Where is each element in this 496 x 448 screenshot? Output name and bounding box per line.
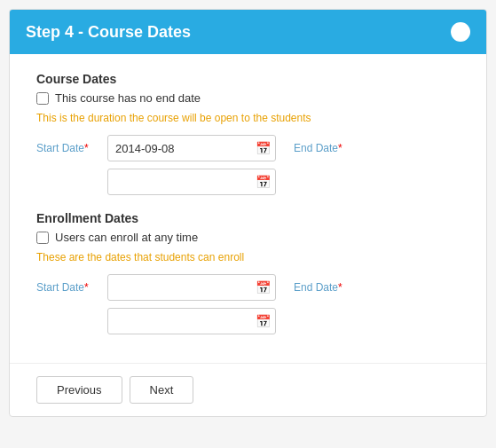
wizard-footer: Previous Next bbox=[10, 363, 486, 416]
no-end-date-checkbox[interactable] bbox=[36, 92, 49, 105]
enrollment-end-date-row: 📅 bbox=[36, 308, 460, 334]
course-start-input-wrapper: 📅 bbox=[107, 135, 276, 161]
course-end-label: End Date* bbox=[294, 142, 342, 154]
enrollment-end-spacer bbox=[36, 315, 98, 327]
enrollment-dates-title: Enrollment Dates bbox=[36, 211, 460, 225]
course-dates-title: Course Dates bbox=[36, 72, 460, 86]
previous-button[interactable]: Previous bbox=[36, 376, 122, 404]
enrollment-start-input-wrapper: 📅 bbox=[107, 274, 276, 301]
enrollment-start-date-input[interactable] bbox=[107, 274, 276, 301]
course-end-date-input[interactable] bbox=[107, 169, 276, 195]
wizard-container: Step 4 - Course Dates Course Dates This … bbox=[9, 9, 487, 417]
enrollment-dates-section: Enrollment Dates Users can enroll at any… bbox=[36, 211, 460, 334]
enrollment-dates-hint: These are the dates that students can en… bbox=[36, 251, 460, 263]
no-end-date-row: This course has no end date bbox=[36, 91, 460, 105]
wizard-title: Step 4 - Course Dates bbox=[26, 23, 191, 42]
course-end-input-wrapper: 📅 bbox=[107, 169, 276, 195]
enroll-anytime-row: Users can enroll at any time bbox=[36, 231, 460, 244]
course-start-label: Start Date* bbox=[36, 142, 98, 154]
wizard-body: Course Dates This course has no end date… bbox=[10, 54, 486, 363]
course-end-spacer bbox=[36, 176, 98, 188]
course-dates-section: Course Dates This course has no end date… bbox=[36, 72, 460, 195]
enrollment-end-input-wrapper: 📅 bbox=[107, 308, 276, 334]
course-start-date-row: Start Date* 📅 End Date* bbox=[36, 135, 460, 161]
enrollment-end-date-input[interactable] bbox=[107, 308, 276, 334]
course-end-date-row: 📅 bbox=[36, 169, 460, 195]
step-indicator bbox=[451, 22, 470, 42]
enroll-anytime-label: Users can enroll at any time bbox=[55, 231, 198, 244]
course-start-date-input[interactable] bbox=[107, 135, 276, 161]
enrollment-start-label: Start Date* bbox=[36, 281, 98, 294]
enrollment-end-label: End Date* bbox=[294, 281, 342, 294]
next-button[interactable]: Next bbox=[130, 376, 194, 404]
wizard-header: Step 4 - Course Dates bbox=[10, 10, 486, 54]
course-dates-hint: This is the duration the course will be … bbox=[36, 112, 460, 124]
enroll-anytime-checkbox[interactable] bbox=[36, 232, 49, 244]
enrollment-start-date-row: Start Date* 📅 End Date* bbox=[36, 274, 460, 301]
no-end-date-label: This course has no end date bbox=[55, 91, 201, 105]
